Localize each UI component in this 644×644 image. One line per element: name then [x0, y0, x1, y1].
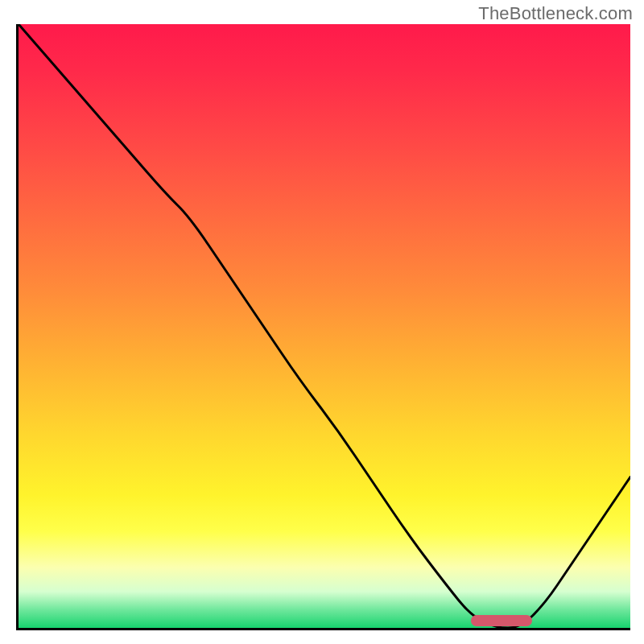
bottleneck-curve-path: [19, 24, 630, 628]
plot-area: [16, 24, 630, 630]
curve-svg: [19, 24, 630, 628]
optimal-range-marker: [471, 615, 532, 626]
watermark-text: TheBottleneck.com: [478, 3, 633, 24]
chart-container: TheBottleneck.com: [0, 0, 644, 644]
